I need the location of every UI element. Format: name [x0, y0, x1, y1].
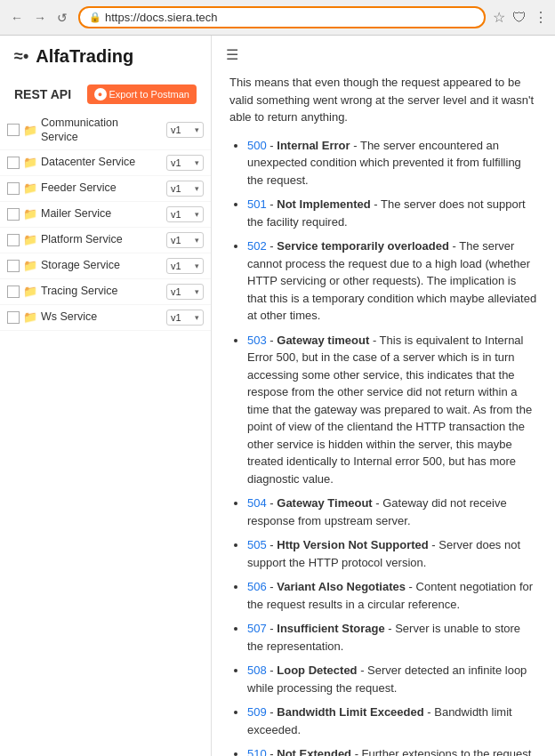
- list-item: 500 - Internal Error - The server encoun…: [247, 137, 537, 189]
- service-checkbox-platform[interactable]: [7, 234, 20, 246]
- version-select-tracing[interactable]: v1 ▾: [166, 284, 204, 300]
- list-item: 501 - Not Implemented - The server does …: [247, 196, 537, 230]
- error-title: Not Implemented: [277, 197, 370, 211]
- folder-icon: 📁: [23, 124, 37, 137]
- service-item[interactable]: 📁 Feeder Service v1 ▾: [0, 176, 211, 202]
- hamburger-icon[interactable]: ☰: [226, 46, 238, 63]
- browser-chrome: ← → ↺ 🔒 https://docs.siera.tech ☆ 🛡 ⋮: [0, 0, 555, 36]
- address-bar[interactable]: 🔒 https://docs.siera.tech: [78, 6, 486, 28]
- version-select-platform[interactable]: v1 ▾: [166, 232, 204, 248]
- sidebar-header: ≈• AlfaTrading: [0, 36, 211, 77]
- folder-icon: 📁: [23, 310, 37, 324]
- service-item[interactable]: 📁 Datacenter Service v1 ▾: [0, 150, 211, 176]
- folder-icon: 📁: [23, 181, 37, 195]
- chevron-down-icon: ▾: [195, 158, 199, 167]
- api-label: REST API: [14, 87, 71, 101]
- back-button[interactable]: ←: [7, 9, 27, 27]
- error-code-509[interactable]: 509: [247, 705, 267, 719]
- lock-icon: 🔒: [89, 12, 101, 23]
- error-code-500[interactable]: 500: [247, 139, 267, 152]
- service-checkbox-communication[interactable]: [7, 124, 20, 136]
- list-item: 502 - Service temporarily overloaded - T…: [247, 237, 537, 325]
- error-title: Loop Detected: [277, 664, 357, 677]
- version-select-storage[interactable]: v1 ▾: [166, 258, 204, 274]
- version-select-ws[interactable]: v1 ▾: [166, 310, 204, 326]
- folder-icon: 📁: [23, 207, 37, 221]
- service-item[interactable]: 📁 Mailer Service v1 ▾: [0, 202, 211, 228]
- shield-icon[interactable]: 🛡: [512, 10, 527, 26]
- list-item: 506 - Variant Also Negotiates - Content …: [247, 578, 537, 613]
- error-title: Gateway timeout: [277, 334, 369, 347]
- error-code-503[interactable]: 503: [247, 334, 267, 347]
- version-select-mailer[interactable]: v1 ▾: [166, 206, 204, 222]
- service-name: Storage Service: [41, 258, 163, 272]
- service-name: Mailer Service: [41, 206, 163, 221]
- service-checkbox-mailer[interactable]: [7, 208, 20, 221]
- error-code-501[interactable]: 501: [247, 197, 267, 211]
- content-body: This means that even though the request …: [212, 74, 555, 756]
- service-name: Tracing Service: [41, 284, 163, 298]
- service-checkbox-datacenter[interactable]: [7, 157, 20, 169]
- chevron-down-icon: ▾: [195, 125, 199, 134]
- service-checkbox-storage[interactable]: [7, 260, 20, 272]
- service-item[interactable]: 📁 Platform Service v1 ▾: [0, 228, 211, 253]
- chevron-down-icon: ▾: [195, 210, 199, 219]
- error-code-505[interactable]: 505: [247, 538, 267, 551]
- content-intro: This means that even though the request …: [229, 74, 537, 126]
- version-select-feeder[interactable]: v1 ▾: [166, 181, 204, 197]
- service-name: Datacenter Service: [41, 155, 163, 169]
- error-code-508[interactable]: 508: [247, 664, 267, 677]
- list-item: 503 - Gateway timeout - This is equivale…: [247, 332, 537, 488]
- error-code-504[interactable]: 504: [247, 496, 267, 510]
- menu-icon[interactable]: ⋮: [534, 9, 548, 26]
- postman-icon: ●: [94, 88, 107, 101]
- list-item: 507 - Insufficient Storage - Server is u…: [247, 620, 537, 655]
- service-checkbox-ws[interactable]: [7, 311, 20, 324]
- api-section: REST API ● Export to Postman: [0, 77, 211, 111]
- error-title: Bandwidth Limit Exceeded: [277, 705, 423, 719]
- error-title: Not Extended: [277, 747, 351, 756]
- service-item[interactable]: 📁 Storage Service v1 ▾: [0, 253, 211, 279]
- url-text: https://docs.siera.tech: [105, 11, 217, 24]
- error-title: Gateway Timeout: [277, 496, 372, 510]
- sidebar: ≈• AlfaTrading REST API ● Export to Post…: [0, 36, 212, 756]
- chevron-down-icon: ▾: [195, 236, 199, 245]
- service-checkbox-feeder[interactable]: [7, 182, 20, 195]
- chevron-down-icon: ▾: [195, 261, 199, 270]
- service-item[interactable]: 📁 CommunicationService v1 ▾: [0, 111, 211, 150]
- version-select-communication[interactable]: v1 ▾: [166, 122, 204, 138]
- folder-icon: 📁: [23, 259, 37, 272]
- content-area: ☰ This means that even though the reques…: [212, 36, 555, 756]
- service-name: Ws Service: [41, 310, 163, 324]
- folder-icon: 📁: [23, 285, 37, 298]
- error-code-502[interactable]: 502: [247, 239, 267, 253]
- error-title: Internal Error: [277, 139, 350, 152]
- folder-icon: 📁: [23, 233, 37, 246]
- list-item: 508 - Loop Detected - Server detected an…: [247, 662, 537, 696]
- service-name: Feeder Service: [41, 181, 163, 195]
- error-code-506[interactable]: 506: [247, 580, 267, 593]
- error-code-507[interactable]: 507: [247, 622, 267, 635]
- chevron-down-icon: ▾: [195, 313, 199, 322]
- nav-buttons: ← → ↺: [7, 9, 71, 27]
- list-item: 505 - Http Version Not Supported - Serve…: [247, 536, 537, 571]
- service-name: Platform Service: [41, 232, 163, 246]
- export-postman-button[interactable]: ● Export to Postman: [87, 84, 197, 104]
- error-title: Variant Also Negotiates: [277, 580, 406, 593]
- service-item[interactable]: 📁 Tracing Service v1 ▾: [0, 279, 211, 305]
- logo-text: AlfaTrading: [36, 46, 133, 67]
- version-select-datacenter[interactable]: v1 ▾: [166, 155, 204, 171]
- forward-button[interactable]: →: [30, 9, 50, 27]
- error-code-510[interactable]: 510: [247, 747, 267, 756]
- service-name: CommunicationService: [41, 116, 163, 145]
- star-icon[interactable]: ☆: [493, 9, 505, 26]
- reload-button[interactable]: ↺: [53, 9, 71, 27]
- error-title: Service temporarily overloaded: [277, 239, 449, 253]
- main-layout: ≈• AlfaTrading REST API ● Export to Post…: [0, 36, 555, 756]
- service-checkbox-tracing[interactable]: [7, 286, 20, 298]
- logo-icon: ≈•: [14, 47, 28, 66]
- service-item[interactable]: 📁 Ws Service v1 ▾: [0, 305, 211, 331]
- list-item: 504 - Gateway Timeout - Gateway did not …: [247, 495, 537, 529]
- error-list: 500 - Internal Error - The server encoun…: [229, 137, 537, 757]
- folder-icon: 📁: [23, 156, 37, 169]
